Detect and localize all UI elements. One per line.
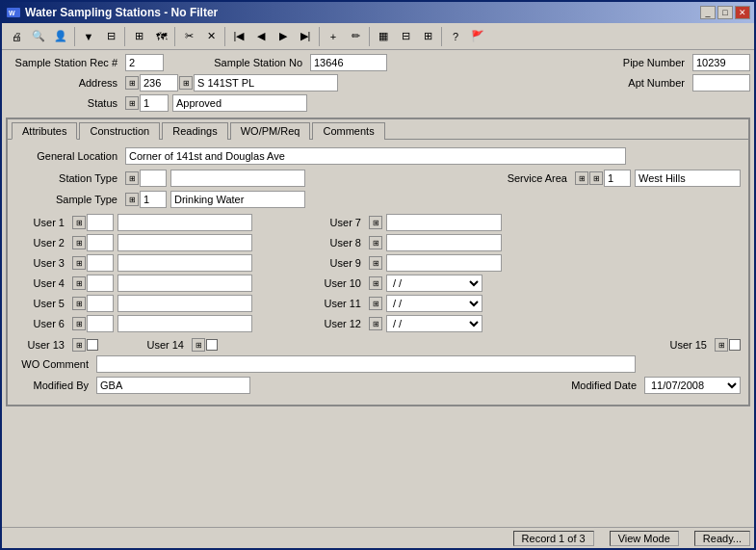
user13-checkbox[interactable] (87, 339, 98, 351)
toolbar-stack[interactable]: ⊟ (395, 26, 416, 47)
user6-code-input[interactable] (87, 315, 114, 332)
station-type-code-input[interactable] (140, 170, 167, 187)
user4-value-input[interactable] (117, 275, 252, 292)
tab-wo-pm-req[interactable]: WO/PM/Req (230, 122, 311, 140)
user7-value-input[interactable] (386, 214, 502, 231)
sample-station-rec-label: Sample Station Rec # (6, 57, 121, 68)
user2-code-input[interactable] (87, 234, 114, 251)
apt-number-input[interactable] (692, 74, 750, 92)
address-num-input[interactable] (140, 74, 178, 92)
sample-type-nav-btn[interactable]: ⊞ (125, 193, 139, 206)
station-type-label: Station Type (15, 172, 121, 184)
user10-nav-btn[interactable]: ⊞ (369, 276, 382, 290)
user8-value-input[interactable] (386, 234, 502, 251)
close-button[interactable]: ✕ (735, 6, 750, 19)
user7-nav-btn[interactable]: ⊞ (369, 216, 382, 229)
service-area-nav: ⊞ ⊞ (575, 170, 631, 187)
user1-nav-btn[interactable]: ⊞ (72, 216, 86, 229)
sample-station-rec-input[interactable] (125, 54, 164, 71)
user5-code-input[interactable] (87, 295, 114, 312)
user3-nav-btn[interactable]: ⊞ (72, 256, 86, 270)
wo-comment-input[interactable] (96, 355, 636, 373)
status-nav-btn[interactable]: ⊞ (125, 96, 139, 110)
toolbar-prev[interactable]: ◀ (250, 26, 272, 47)
user12-nav-btn[interactable]: ⊞ (369, 317, 382, 330)
tab-comments[interactable]: Comments (312, 122, 384, 140)
toolbar-table[interactable]: ⊞ (417, 26, 438, 47)
user5-value-input[interactable] (117, 295, 252, 312)
user13-nav-btn[interactable]: ⊞ (72, 338, 86, 352)
user11-select[interactable]: / / (386, 295, 482, 312)
user6-nav-btn[interactable]: ⊞ (72, 317, 86, 330)
toolbar-print[interactable]: 🖨 (6, 26, 27, 47)
user9-nav-btn[interactable]: ⊞ (369, 256, 382, 270)
station-type-nav-btn[interactable]: ⊞ (125, 171, 139, 185)
user9-value-input[interactable] (386, 254, 502, 272)
service-area-nav-btn[interactable]: ⊞ (575, 171, 588, 185)
window-controls[interactable]: _ □ ✕ (700, 6, 750, 19)
sample-type-code-input[interactable] (140, 191, 167, 208)
service-area-value-input[interactable] (635, 170, 741, 187)
status-text-input[interactable] (172, 94, 307, 112)
toolbar-help[interactable]: ? (445, 26, 466, 47)
user11-row: User 11 ⊞ / / (312, 295, 741, 312)
user15-checkbox[interactable] (729, 339, 741, 351)
toolbar-pencil[interactable]: ✏ (345, 26, 366, 47)
modified-date-select[interactable]: 11/07/2008 (644, 377, 741, 394)
sample-station-no-label: Sample Station No (200, 57, 306, 68)
user4-nav-btn[interactable]: ⊞ (72, 276, 86, 290)
toolbar-last[interactable]: ▶| (295, 26, 316, 47)
toolbar-add[interactable]: + (323, 26, 344, 47)
user13-nav: ⊞ (72, 338, 98, 352)
user5-row: User 5 ⊞ (15, 295, 304, 312)
user11-nav-btn[interactable]: ⊞ (369, 297, 382, 310)
minimize-button[interactable]: _ (700, 6, 716, 19)
service-area-nav-btn2[interactable]: ⊞ (589, 171, 603, 185)
user14-nav-btn[interactable]: ⊞ (192, 338, 205, 352)
tab-attributes[interactable]: Attributes (12, 122, 77, 140)
toolbar-first[interactable]: |◀ (228, 26, 249, 47)
address-nav-btn2[interactable]: ⊞ (179, 76, 193, 90)
toolbar-person[interactable]: 👤 (50, 26, 71, 47)
user8-nav-btn[interactable]: ⊞ (369, 236, 382, 249)
toolbar-x[interactable]: ✕ (200, 26, 222, 47)
station-type-value-input[interactable] (170, 170, 305, 187)
user10-select[interactable]: / / (386, 275, 482, 292)
toolbar-preview[interactable]: 🔍 (28, 26, 49, 47)
tab-readings[interactable]: Readings (162, 122, 227, 140)
toolbar-filter[interactable]: ▼ (78, 26, 99, 47)
user15-nav-btn[interactable]: ⊞ (715, 338, 728, 352)
toolbar-next[interactable]: ▶ (273, 26, 294, 47)
address-label: Address (6, 77, 121, 89)
user2-value-input[interactable] (117, 234, 252, 251)
toolbar-map[interactable]: 🗺 (150, 26, 171, 47)
service-area-code-input[interactable] (604, 170, 631, 187)
user2-nav-btn[interactable]: ⊞ (72, 236, 86, 249)
user12-select[interactable]: / / (386, 315, 482, 332)
address-street-input[interactable] (194, 74, 338, 92)
modified-by-input[interactable] (96, 377, 250, 394)
maximize-button[interactable]: □ (717, 6, 733, 19)
general-location-input[interactable] (125, 147, 626, 165)
general-location-label: General Location (15, 150, 121, 162)
toolbar-cut[interactable]: ✂ (178, 26, 199, 47)
toolbar-flag[interactable]: 🚩 (467, 26, 488, 47)
sample-station-no-input[interactable] (310, 54, 387, 71)
toolbar-layers[interactable]: ▦ (373, 26, 394, 47)
user3-code-input[interactable] (87, 254, 114, 272)
user6-value-input[interactable] (117, 315, 252, 332)
sample-type-value-input[interactable] (170, 191, 305, 208)
user5-nav-btn[interactable]: ⊞ (72, 297, 86, 310)
tab-construction[interactable]: Construction (79, 122, 160, 140)
user1-value-input[interactable] (117, 214, 252, 231)
address-nav-btn[interactable]: ⊞ (125, 76, 139, 90)
toolbar-filter2[interactable]: ⊟ (100, 26, 121, 47)
toolbar-grid[interactable]: ⊞ (128, 26, 149, 47)
user1-code-input[interactable] (87, 214, 114, 231)
user4-code-input[interactable] (87, 275, 114, 292)
pipe-number-input[interactable] (692, 54, 750, 71)
user3-nav: ⊞ (72, 254, 114, 272)
status-code-input[interactable] (140, 94, 169, 112)
user14-checkbox[interactable] (206, 339, 218, 351)
user3-value-input[interactable] (117, 254, 252, 272)
